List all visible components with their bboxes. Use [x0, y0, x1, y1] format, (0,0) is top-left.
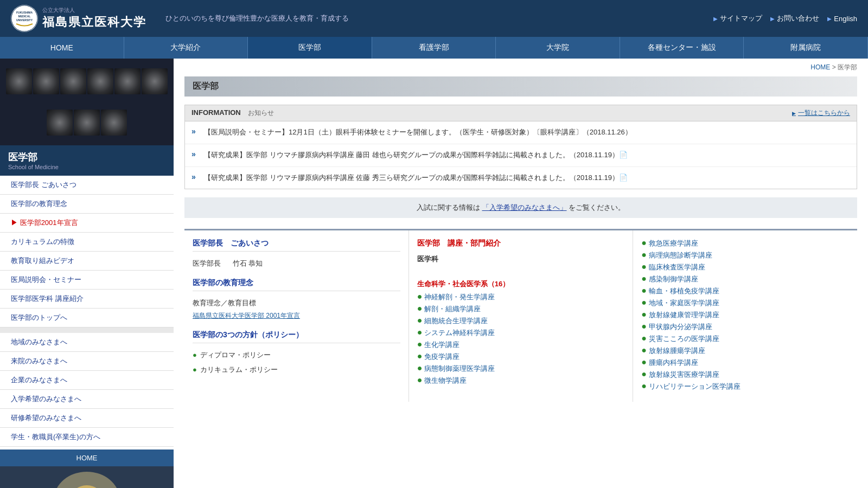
col2-category-title: 医学科	[417, 255, 438, 263]
sidebar-item-video[interactable]: 教育取り組みビデオ	[0, 252, 174, 271]
sidebar-link-corporate[interactable]: 企業のみなさまへ	[0, 371, 174, 390]
info-list-link[interactable]: 一覧はこちらから	[792, 108, 850, 118]
sidebar-link-prospective[interactable]: 入学希望のみなさまへ	[0, 390, 174, 409]
col1-section1-title[interactable]: 医学部長 ごあいさつ	[193, 239, 400, 252]
nav-hospital[interactable]: 附属病院	[744, 37, 868, 59]
tagline: ひとのいのちを尊び倫理性豊かな医療人を教育・育成する	[165, 14, 349, 23]
logo-box: FUKUSHIMA MEDICAL UNIVERSITY 公立大学法人 福島県立…	[11, 5, 146, 32]
news-arrow-2: »	[192, 150, 200, 158]
col3-link-label-2[interactable]: 病理病態診断学講座	[649, 251, 712, 260]
sidebar-item-seminar[interactable]: 医局説明会・セミナー	[0, 271, 174, 290]
col3-link-label-10[interactable]: 放射線腫瘍学講座	[649, 346, 705, 356]
svg-text:FUKUSHIMA: FUKUSHIMA	[16, 11, 33, 14]
col3-link-label-13[interactable]: リハビリテーション医学講座	[649, 382, 741, 391]
sidebar-item-curriculum[interactable]: カリキュラムの特徴	[0, 233, 174, 252]
col1-bullet-2: ●	[193, 363, 197, 376]
news-text-1: 【医局説明会・セミナー】12月1日（土）眼科手術体験セミナーを開催します。（医学…	[204, 127, 632, 138]
col3-link-label-3[interactable]: 臨床検査医学講座	[649, 262, 705, 272]
col2-link-label-8[interactable]: 微生物学講座	[424, 376, 467, 386]
col1-section2-title[interactable]: 医学部の教育理念	[193, 278, 400, 291]
col2-link-label-4[interactable]: システム神経科学講座	[424, 328, 495, 338]
breadcrumb-home[interactable]: HOME	[810, 63, 830, 71]
admission-text-before: 入試に関する情報は	[417, 203, 480, 211]
sitemap-link[interactable]: サイトマップ	[713, 14, 762, 23]
col3-link-label-7[interactable]: 放射線健康管理学講座	[649, 310, 719, 320]
sidebar-school-ja: 医学部	[8, 151, 165, 164]
sidebar-link-training[interactable]: 研修希望のみなさまへ	[0, 409, 174, 428]
col3-link-label-11[interactable]: 腫瘍内科学講座	[649, 358, 698, 368]
col3-dot-11: ●	[641, 358, 647, 367]
nav-university[interactable]: 大学紹介	[124, 37, 248, 59]
col3-link-label-5[interactable]: 輸血・移植免疫学講座	[649, 286, 719, 296]
sidebar-link-students[interactable]: 学生・教職員(卒業生)の方へ	[0, 428, 174, 447]
col1-section3-title[interactable]: 医学部の3つの方針（ポリシー）	[193, 330, 400, 343]
sidebar-link-community[interactable]: 地域のみなさまへ	[0, 333, 174, 352]
col3: ● 救急医療学講座 ● 病理病態診断学講座 ● 臨床検査医学講座 ● 感染制御学…	[633, 230, 857, 402]
main-content: HOME > 医学部 医学部 INFORMATION お知らせ 一覧はこちらから…	[174, 59, 868, 488]
svg-text:UNIVERSITY: UNIVERSITY	[16, 18, 33, 22]
col3-link-label-6[interactable]: 地域・家庭医学学講座	[649, 298, 719, 308]
news-text-2: 【研究成果】医学部 リウマチ膠原病内科学講座 藤田 雄也ら研究グループの成果が国…	[204, 150, 628, 161]
nav-graduate[interactable]: 大学院	[496, 37, 620, 59]
col2-link-label-2[interactable]: 解剖・組織学講座	[424, 304, 481, 314]
sidebar-surgery-image: FUKUSHIMA MEDICAL FUKUSHIMA MEDICAL UNIV…	[0, 466, 174, 488]
col2-link-1: ● 神経解剖・発生学講座	[417, 292, 625, 302]
col2-dot-7: ●	[417, 364, 423, 373]
sidebar-item-declaration[interactable]: 医学部2001年宣言	[0, 214, 174, 233]
sidebar: 医学部 School of Medicine 医学部長 ごあいさつ 医学部の教育…	[0, 59, 174, 488]
breadcrumb-separator: >	[832, 63, 838, 71]
sidebar-item-greeting[interactable]: 医学部長 ごあいさつ	[0, 176, 174, 195]
col3-dot-6: ●	[641, 298, 647, 307]
col1-dean-name: 竹石 恭知	[233, 259, 263, 267]
info-header: INFORMATION お知らせ 一覧はこちらから	[185, 105, 857, 121]
col3-dot-13: ●	[641, 382, 647, 390]
nav-nursing[interactable]: 看護学部	[372, 37, 496, 59]
col1-section2-body: 教育理念／教育目標 福島県立医科大学医学部 2001年宣言	[193, 297, 400, 322]
col3-link-label-12[interactable]: 放射線災害医療学講座	[649, 370, 719, 380]
col3-link-9: ● 災害こころの医学講座	[641, 334, 849, 344]
contact-link[interactable]: お問い合わせ	[770, 14, 819, 23]
nav-centers[interactable]: 各種センター・施設	[620, 37, 744, 59]
col3-link-label-1[interactable]: 救急医療学講座	[649, 239, 698, 248]
col3-dot-1: ●	[641, 239, 647, 247]
col1-sub-link[interactable]: 福島県立医科大学医学部 2001年宣言	[193, 312, 300, 319]
col3-dot-7: ●	[641, 310, 647, 319]
news-item-2: » 【研究成果】医学部 リウマチ膠原病内科学講座 藤田 雄也ら研究グループの成果…	[185, 144, 857, 167]
sidebar-scan-image	[0, 59, 174, 145]
page-title-bar: 医学部	[184, 76, 857, 97]
sidebar-med-label: 医学部 School of Medicine	[0, 145, 174, 176]
admission-link[interactable]: 「入学希望のみなさまへ」	[482, 203, 567, 211]
col2-link-label-3[interactable]: 細胞統合生理学講座	[424, 316, 488, 326]
news-arrow-1: »	[192, 127, 200, 136]
nav-home[interactable]: HOME	[0, 37, 124, 59]
col1-body-text: 教育理念／教育目標	[193, 299, 256, 307]
col3-link-11: ● 腫瘍内科学講座	[641, 358, 849, 368]
col1-policy: ● ディプロマ・ポリシー ● カリキュラム・ポリシー	[193, 349, 400, 376]
col3-link-label-4[interactable]: 感染制御学講座	[649, 274, 698, 284]
col2-link-label-7[interactable]: 病態制御薬理医学講座	[424, 364, 495, 374]
col2-link-5: ● 生化学講座	[417, 340, 625, 350]
col2-link-label-6[interactable]: 免疫学講座	[424, 352, 459, 362]
english-link[interactable]: English	[827, 15, 857, 23]
sidebar-item-courses[interactable]: 医学部医学科 講座紹介	[0, 290, 174, 309]
col3-link-2: ● 病理病態診断学講座	[641, 251, 849, 260]
col2-link-7: ● 病態制御薬理医学講座	[417, 364, 625, 374]
header-right: サイトマップ お問い合わせ English	[713, 14, 857, 23]
sidebar-school-en: School of Medicine	[8, 164, 165, 170]
col3-dot-3: ●	[641, 262, 647, 271]
col2-dot-6: ●	[417, 352, 423, 361]
col1-body: 医学部長 竹石 恭知	[193, 257, 400, 269]
col2-link-label-1[interactable]: 神経解剖・発生学講座	[424, 292, 495, 302]
col3-link-label-8[interactable]: 甲状腺内分泌学講座	[649, 322, 712, 332]
sidebar-item-top[interactable]: 医学部のトップへ	[0, 309, 174, 328]
sidebar-item-philosophy[interactable]: 医学部の教育理念	[0, 195, 174, 214]
nav-medicine[interactable]: 医学部	[248, 37, 372, 59]
col3-link-label-9[interactable]: 災害こころの医学講座	[649, 334, 719, 344]
logo-text: 公立大学法人 福島県立医科大学	[42, 7, 146, 30]
sidebar-link-visitors[interactable]: 来院のみなさまへ	[0, 352, 174, 371]
sidebar-home-link[interactable]: HOME	[0, 450, 174, 466]
col2-link-label-5[interactable]: 生化学講座	[424, 340, 459, 350]
svg-text:MEDICAL: MEDICAL	[18, 15, 31, 18]
col3-link-13: ● リハビリテーション医学講座	[641, 382, 849, 391]
col2-dot-8: ●	[417, 376, 423, 384]
